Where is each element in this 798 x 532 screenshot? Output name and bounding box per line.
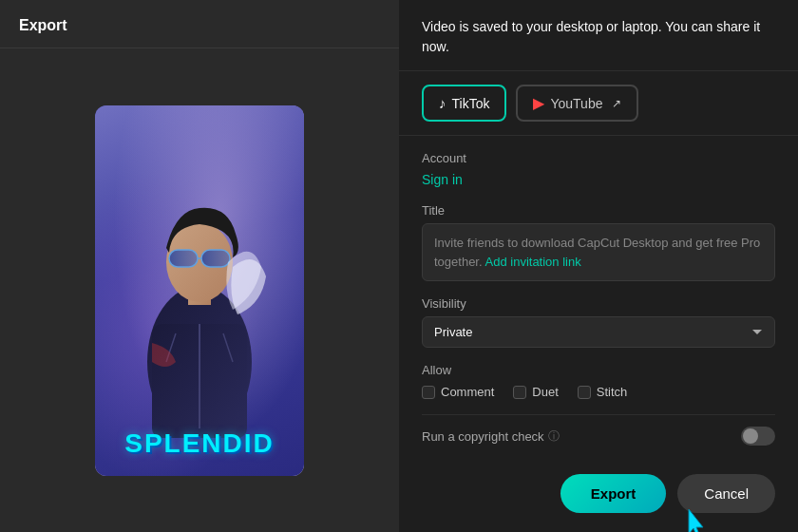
- copyright-toggle[interactable]: [741, 427, 775, 446]
- copyright-label: Run a copyright check ⓘ: [422, 428, 560, 445]
- duet-label: Duet: [532, 385, 558, 399]
- person-image: [124, 172, 276, 438]
- tiktok-icon: ♪: [439, 95, 446, 111]
- title-input[interactable]: Invite friends to download CapCut Deskto…: [422, 223, 775, 281]
- account-label: Account: [422, 151, 775, 165]
- stitch-checkbox-item[interactable]: Stitch: [578, 385, 628, 399]
- platform-tabs: ♪ TikTok ▶ YouTube ↗: [399, 71, 798, 136]
- duet-checkbox-item[interactable]: Duet: [513, 385, 558, 399]
- title-placeholder-text: Invite friends to download CapCut Deskto…: [434, 236, 760, 269]
- top-message: Video is saved to your desktop or laptop…: [399, 0, 798, 71]
- left-panel: Export: [0, 0, 399, 532]
- video-title: SPLENDID: [95, 428, 304, 459]
- action-buttons: Export Cancel: [399, 461, 798, 532]
- export-header: Export: [0, 0, 399, 48]
- account-group: Account Sign in: [422, 151, 775, 188]
- tab-tiktok[interactable]: ♪ TikTok: [422, 85, 506, 122]
- comment-checkbox-item[interactable]: Comment: [422, 385, 494, 399]
- stitch-checkbox[interactable]: [578, 386, 591, 399]
- visibility-label: Visibility: [422, 296, 775, 311]
- copyright-row: Run a copyright check ⓘ: [422, 414, 775, 457]
- video-preview-container: SPLENDID: [0, 48, 399, 532]
- cursor-pointer: [684, 507, 712, 532]
- allow-section: Allow Comment Duet Stitch: [422, 363, 775, 399]
- sign-in-link[interactable]: Sign in: [422, 172, 463, 187]
- external-link-icon: ↗: [612, 97, 621, 110]
- visibility-select[interactable]: Public Private Unlisted: [422, 316, 775, 348]
- youtube-icon: ▶: [533, 94, 544, 112]
- svg-rect-5: [201, 250, 230, 267]
- form-section: Account Sign in Title Invite friends to …: [399, 136, 798, 461]
- visibility-group: Visibility Public Private Unlisted: [422, 296, 775, 348]
- tiktok-tab-label: TikTok: [452, 96, 490, 111]
- svg-rect-4: [169, 250, 198, 267]
- allow-label: Allow: [422, 363, 775, 377]
- title-group: Title Invite friends to download CapCut …: [422, 203, 775, 281]
- add-invitation-link[interactable]: Add invitation link: [485, 255, 581, 269]
- tab-youtube[interactable]: ▶ YouTube ↗: [516, 85, 638, 122]
- info-icon: ⓘ: [548, 428, 560, 445]
- comment-checkbox[interactable]: [422, 386, 435, 399]
- comment-label: Comment: [441, 385, 494, 399]
- video-preview: SPLENDID: [95, 105, 304, 476]
- duet-checkbox[interactable]: [513, 386, 526, 399]
- export-button[interactable]: Export: [560, 474, 667, 513]
- right-panel: Video is saved to your desktop or laptop…: [399, 0, 798, 532]
- youtube-tab-label: YouTube: [550, 96, 602, 111]
- stitch-label: Stitch: [597, 385, 628, 399]
- title-label: Title: [422, 203, 775, 218]
- allow-checkboxes: Comment Duet Stitch: [422, 385, 775, 399]
- toggle-knob: [743, 428, 758, 444]
